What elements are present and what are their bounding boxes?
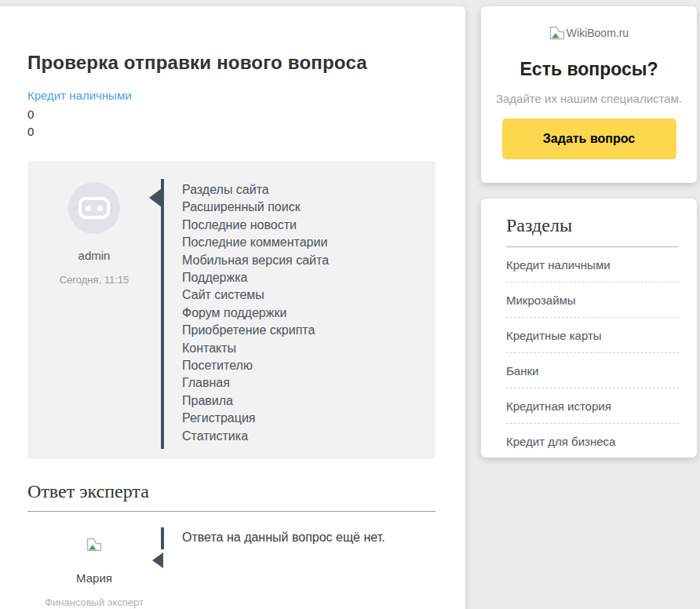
question-counters: 0 0 [27, 106, 436, 140]
page-title: Проверка отправки нового вопроса [27, 52, 436, 74]
ask-card-heading: Есть вопросы? [481, 59, 697, 80]
quote-divider [161, 161, 164, 459]
question-body-links: Разделы сайта Расширенный поиск Последни… [164, 161, 337, 459]
section-link[interactable]: Кредит для бизнеса [506, 424, 679, 459]
default-avatar-icon [78, 197, 110, 219]
sections-heading: Разделы [506, 215, 679, 236]
section-link[interactable]: Кредитные карты [506, 318, 679, 353]
body-link[interactable]: Контакты [182, 340, 329, 357]
page: Проверка отправки нового вопроса Кредит … [0, 0, 700, 609]
section-link[interactable]: Кредитная история [506, 388, 679, 424]
broken-image-icon [549, 26, 565, 40]
divider-bar [161, 527, 164, 549]
answer-row: Мария Финансовый эксперт портала Ответа … [27, 527, 436, 609]
quote-arrow-icon [149, 188, 162, 207]
expert-info: Мария Финансовый эксперт портала [27, 527, 161, 609]
answer-divider-line [27, 511, 436, 512]
ask-card-subtitle: Задайте их нашим специалистам. [481, 92, 697, 105]
body-link[interactable]: Правила [182, 392, 329, 410]
expert-name: Мария [27, 571, 161, 585]
body-link[interactable]: Поддержка [182, 269, 329, 286]
answer-quote-divider [161, 527, 164, 609]
ask-question-button[interactable]: Задать вопрос [502, 119, 676, 159]
divider-bar [161, 179, 164, 449]
body-link[interactable]: Регистрация [182, 410, 329, 427]
body-link[interactable]: Сайт системы [182, 286, 329, 304]
quote-arrow-icon [152, 552, 163, 568]
body-link[interactable]: Форум поддержки [182, 304, 329, 322]
section-link[interactable]: Банки [506, 353, 679, 388]
question-card: Проверка отправки нового вопроса Кредит … [0, 6, 465, 609]
section-link[interactable]: Микрозаймы [506, 283, 679, 318]
author-name: admin [27, 249, 161, 262]
broken-image-icon [86, 538, 102, 552]
body-link[interactable]: Статистика [182, 428, 329, 445]
question-date: Сегодня, 11:15 [27, 274, 161, 286]
body-link[interactable]: Последние новости [182, 217, 329, 234]
section-link[interactable]: Кредит наличными [506, 247, 679, 283]
site-logo[interactable]: WikiBoom.ru [549, 26, 629, 40]
avatar [68, 182, 120, 234]
body-link[interactable]: Последние комментарии [182, 234, 329, 251]
category-link[interactable]: Кредит наличными [27, 89, 132, 102]
question-author: admin Сегодня, 11:15 [27, 161, 161, 459]
sections-list: Кредит наличными Микрозаймы Кредитные ка… [506, 247, 679, 459]
answer-text: Ответа на данный вопрос ещё нет. [164, 527, 385, 609]
counter-value: 0 [27, 123, 436, 140]
body-link[interactable]: Мобильная версия сайта [182, 252, 329, 269]
answer-section-heading: Ответ эксперта [27, 481, 436, 502]
ask-question-card: WikiBoom.ru Есть вопросы? Задайте их наш… [481, 6, 697, 183]
site-logo-text: WikiBoom.ru [567, 27, 629, 39]
body-link[interactable]: Главная [182, 374, 329, 392]
question-body-box: admin Сегодня, 11:15 Разделы сайта Расши… [27, 161, 436, 459]
sections-card: Разделы Кредит наличными Микрозаймы Кред… [481, 199, 697, 458]
counter-value: 0 [27, 106, 436, 123]
expert-role: Финансовый эксперт портала [35, 596, 153, 609]
body-link[interactable]: Посетителю [182, 357, 329, 374]
body-link[interactable]: Приобретение скрипта [182, 322, 329, 339]
body-link[interactable]: Расширенный поиск [182, 199, 329, 216]
body-link[interactable]: Разделы сайта [182, 181, 329, 199]
